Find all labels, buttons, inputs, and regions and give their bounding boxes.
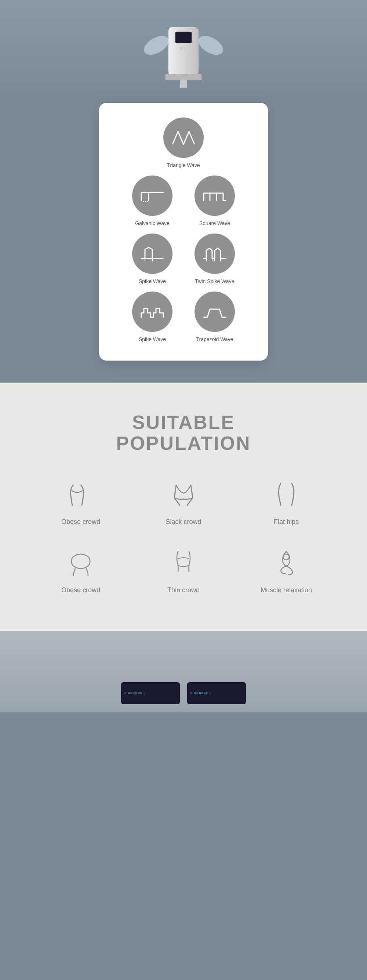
population-row-2: Obese crowd Thin crowd — [0, 544, 367, 594]
screen-dot-1 — [124, 692, 126, 694]
wave-item-square: Square Wave — [194, 175, 235, 226]
population-item-obese2: Obese crowd — [44, 544, 118, 594]
wave-item-spike2: Spike Wave — [132, 291, 173, 342]
svg-rect-3 — [175, 32, 192, 43]
svg-point-1 — [195, 32, 226, 59]
obese-icon — [62, 476, 99, 512]
population-item-slack: Slack crowd — [147, 476, 220, 526]
svg-point-5 — [184, 47, 187, 50]
slack-icon — [165, 476, 202, 512]
wave-item-twin-spike: Twin Spike Wave — [194, 234, 235, 284]
device-image — [132, 7, 235, 95]
wave-row-4: Spike Wave Trapezoid Wave — [110, 291, 257, 342]
wave-grid: Triangle Wave Galvanic Wave — [110, 118, 257, 342]
bottom-device: 频率 波形 强度 △ 时间 频率 波形 △ — [121, 682, 246, 704]
wave-card: Triangle Wave Galvanic Wave — [99, 103, 268, 361]
wave-label-triangle: Triangle Wave — [167, 162, 200, 168]
screen-text-1: 频率 波形 强度 △ — [128, 692, 145, 695]
svg-point-4 — [180, 47, 183, 50]
wave-label-spike2: Spike Wave — [139, 336, 166, 342]
wave-item-spike: Spike Wave — [132, 234, 173, 284]
wave-row-2: Galvanic Wave Square Wave — [110, 175, 257, 226]
obese-label: Obese crowd — [61, 518, 100, 526]
wave-card-section: Triangle Wave Galvanic Wave — [0, 95, 367, 383]
wave-item-galvanic: Galvanic Wave — [132, 175, 173, 226]
screen-dot-2 — [190, 692, 192, 694]
wave-circle-trapezoid — [194, 291, 235, 332]
thin-icon — [165, 544, 202, 581]
wave-circle-galvanic — [132, 175, 173, 216]
wave-label-trapezoid: Trapezoid Wave — [196, 336, 234, 342]
wave-circle-spike2 — [132, 291, 173, 332]
population-item-flat-hips: Flat hips — [249, 476, 323, 526]
wave-item-trapezoid: Trapezoid Wave — [194, 291, 235, 342]
population-item-obese: Obese crowd — [44, 476, 118, 526]
bottom-screen-2: 时间 频率 波形 △ — [187, 682, 246, 704]
slack-label: Slack crowd — [165, 518, 201, 526]
screen-text-2: 时间 频率 波形 △ — [194, 692, 211, 695]
flat-hips-icon — [268, 476, 305, 512]
bottom-section: 频率 波形 强度 △ 时间 频率 波形 △ — [0, 631, 367, 711]
svg-point-16 — [283, 554, 289, 560]
bottom-screen-1: 频率 波形 强度 △ — [121, 682, 180, 704]
population-item-muscle: Muscle relaxation — [249, 544, 323, 594]
wave-row-1: Triangle Wave — [110, 118, 257, 168]
device-section — [0, 0, 367, 95]
wave-circle-square — [194, 175, 235, 216]
svg-rect-7 — [180, 80, 187, 88]
population-grid: Obese crowd Slack crowd — [0, 476, 367, 594]
svg-point-0 — [141, 32, 172, 59]
wave-circle-spike — [132, 234, 173, 274]
wave-label-square: Square Wave — [199, 220, 230, 226]
flat-hips-label: Flat hips — [274, 518, 299, 526]
wave-label-galvanic: Galvanic Wave — [135, 220, 170, 226]
obese2-icon — [62, 544, 99, 581]
wave-item-triangle: Triangle Wave — [163, 118, 204, 168]
wave-circle-twin-spike — [194, 234, 235, 274]
thin-label: Thin crowd — [167, 586, 200, 594]
population-item-thin: Thin crowd — [147, 544, 220, 594]
wave-circle-triangle — [163, 118, 204, 158]
section-title: SUITABLE POPULATION — [0, 412, 367, 454]
obese2-label: Obese crowd — [61, 586, 100, 594]
population-row-1: Obese crowd Slack crowd — [0, 476, 367, 526]
svg-rect-6 — [165, 74, 202, 80]
wave-label-spike: Spike Wave — [139, 278, 166, 284]
muscle-icon — [268, 544, 305, 581]
population-section: SUITABLE POPULATION Obese crowd — [0, 383, 367, 631]
muscle-label: Muscle relaxation — [261, 586, 312, 594]
wave-row-3: Spike Wave Twin Spike Wave — [110, 234, 257, 284]
wave-label-twin-spike: Twin Spike Wave — [195, 278, 235, 284]
